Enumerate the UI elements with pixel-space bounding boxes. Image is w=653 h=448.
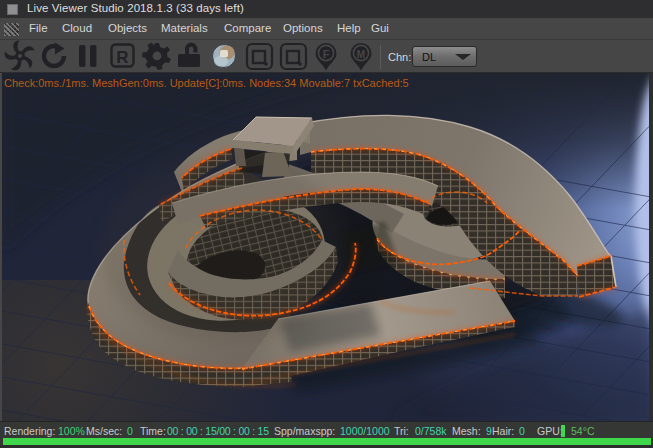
svg-text:M: M	[357, 49, 365, 60]
svg-text:F: F	[323, 48, 330, 60]
svg-text:R: R	[116, 48, 128, 67]
